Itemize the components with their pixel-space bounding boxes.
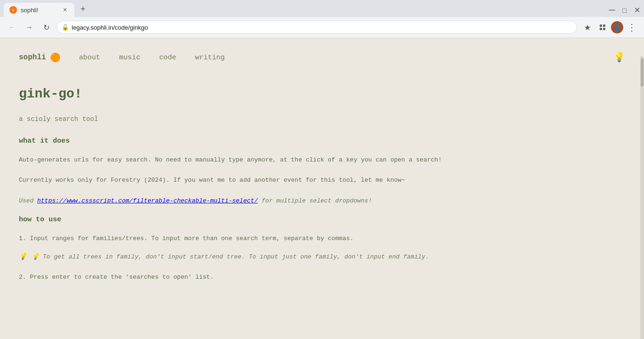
bookmark-button[interactable]: ★ [581, 21, 594, 34]
how-to-section: how to use 1. Input ranges for families/… [19, 216, 537, 282]
svg-rect-0 [600, 24, 602, 27]
nav-link-about[interactable]: about [79, 54, 100, 62]
nav-right: 💡 [613, 51, 625, 63]
toolbar-right: ★ 👤 ⋮ [581, 21, 638, 34]
nav-link-music[interactable]: music [119, 54, 140, 62]
scrollbar[interactable] [640, 56, 644, 339]
minimize-button[interactable]: ─ [609, 5, 615, 15]
paragraph-3: Used https://www.cssscript.com/filterabl… [19, 195, 537, 206]
tip-1: 💡 💡 To get all trees in family, don't in… [19, 251, 537, 262]
cssscript-link[interactable]: https://www.cssscript.com/filterable-che… [37, 197, 258, 204]
menu-button[interactable]: ⋮ [625, 21, 638, 34]
theme-toggle-icon[interactable]: 💡 [613, 52, 625, 63]
svg-rect-1 [603, 24, 605, 27]
tip-emoji: 💡 [19, 252, 27, 260]
tab-favicon: s [9, 6, 17, 14]
active-tab[interactable]: s sophli! ✕ [4, 3, 74, 17]
url-text: legacy.sophli.in/code/ginkgo [72, 24, 572, 31]
step-2: 2. Press enter to create the 'searches t… [19, 272, 537, 282]
svg-rect-2 [600, 28, 602, 30]
browser-chrome: s sophli! ✕ + ─ □ ✕ ← → ↻ 🔓 legacy.sophl… [0, 0, 644, 38]
lock-icon: 🔓 [62, 24, 69, 31]
site-nav: sophli 🟠 about music code writing 💡 [19, 38, 625, 73]
tab-bar: s sophli! ✕ + ─ □ ✕ [0, 0, 644, 17]
main-content: gink-go! a scioly search tool what it do… [19, 73, 537, 282]
logo-emoji: 🟠 [50, 52, 60, 63]
tip-text: 💡 To get all trees in family, don't inpu… [32, 251, 429, 262]
svg-rect-3 [603, 28, 605, 30]
address-bar[interactable]: 🔓 legacy.sophli.in/code/ginkgo [57, 21, 577, 34]
back-button[interactable]: ← [6, 21, 19, 34]
nav-link-code[interactable]: code [159, 54, 176, 62]
scrollbar-thumb[interactable] [641, 58, 644, 87]
close-button[interactable]: ✕ [634, 6, 640, 15]
site-logo[interactable]: sophli 🟠 [19, 52, 60, 63]
how-to-use-heading: how to use [19, 216, 537, 224]
page-subtitle: a scioly search tool [19, 115, 537, 123]
maximize-button[interactable]: □ [623, 7, 627, 14]
browser-toolbar: ← → ↻ 🔓 legacy.sophli.in/code/ginkgo ★ 👤… [0, 17, 644, 38]
reload-button[interactable]: ↻ [40, 21, 53, 34]
tab-close-button[interactable]: ✕ [61, 6, 69, 14]
forward-button[interactable]: → [23, 21, 36, 34]
paragraph-2: Currently works only for Forestry (2024)… [19, 175, 537, 186]
new-tab-button[interactable]: + [76, 3, 90, 16]
profile-avatar[interactable]: 👤 [611, 21, 623, 33]
nav-links: about music code writing [79, 53, 225, 62]
step-1: 1. Input ranges for families/trees. To i… [19, 233, 537, 244]
extensions-button[interactable] [596, 21, 609, 34]
what-it-does-heading: what it does [19, 137, 537, 145]
nav-link-writing[interactable]: writing [195, 54, 225, 62]
paragraph-1: Auto-generates urls for easy search. No … [19, 154, 537, 165]
page-content: sophli 🟠 about music code writing 💡 gink… [0, 38, 644, 321]
window-controls: ─ □ ✕ [609, 5, 640, 15]
logo-text: sophli [19, 53, 46, 62]
tab-title: sophli! [21, 7, 39, 14]
page-title: gink-go! [19, 87, 537, 101]
